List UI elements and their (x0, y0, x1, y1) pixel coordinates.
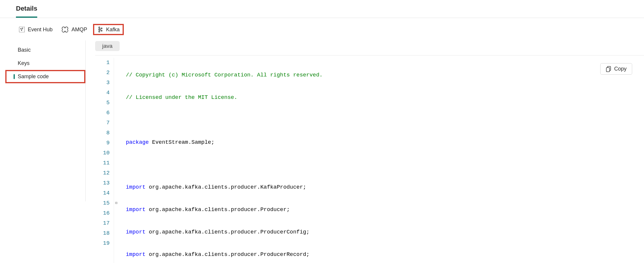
code-editor: Copy 1 2 3 4 5 6 7 8 9 10 11 12 13 1 (95, 55, 644, 263)
language-pill[interactable]: java (95, 41, 120, 51)
svg-point-11 (101, 30, 102, 31)
svg-point-7 (99, 27, 100, 28)
svg-point-8 (99, 29, 100, 30)
fold-gutter: ⊟ (114, 58, 121, 263)
svg-rect-17 (606, 68, 609, 72)
proto-tab-amqp[interactable]: AMQP (58, 25, 90, 35)
svg-line-5 (21, 29, 22, 30)
sidebar-item-keys[interactable]: Keys (5, 57, 85, 70)
copy-icon (606, 66, 611, 72)
svg-line-15 (100, 30, 101, 30)
fold-icon[interactable]: ⊟ (115, 201, 118, 205)
sidebar-item-basic[interactable]: Basic (5, 43, 85, 57)
svg-point-9 (99, 31, 100, 32)
proto-tab-eventhub[interactable]: Event Hub (16, 25, 56, 35)
line-gutter: 1 2 3 4 5 6 7 8 9 10 11 12 13 14 15 16 1 (95, 58, 114, 263)
sidebar-item-sample-code[interactable]: Sample code (5, 70, 85, 83)
proto-tab-label: AMQP (71, 27, 87, 33)
tab-details[interactable]: Details (16, 5, 37, 18)
kafka-icon (97, 26, 103, 33)
copy-button[interactable]: Copy (600, 63, 632, 75)
code-content[interactable]: // Copyright (c) Microsoft Corporation. … (121, 58, 329, 263)
svg-line-14 (100, 29, 101, 29)
proto-tab-kafka[interactable]: Kafka (93, 24, 124, 35)
proto-tab-label: Event Hub (28, 27, 53, 33)
graph-icon (19, 27, 25, 32)
copy-label: Copy (614, 66, 627, 72)
proto-tab-label: Kafka (106, 27, 120, 33)
svg-point-10 (101, 28, 102, 29)
link-icon (61, 27, 69, 32)
sidebar: Basic Keys Sample code (5, 40, 86, 201)
